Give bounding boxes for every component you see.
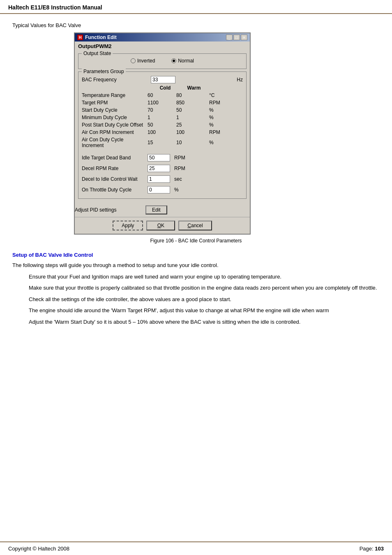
single-param-rows: Idle Target Dead Band RPM Decel RPM Rate… bbox=[82, 152, 243, 195]
setup-heading: Setup of BAC Valve Idle Control bbox=[12, 252, 380, 258]
param-cold-value: 60 bbox=[148, 92, 176, 98]
inverted-radio[interactable] bbox=[131, 58, 136, 63]
cold-header: Cold bbox=[151, 85, 180, 91]
list-item: On Throttle Duty Cycle % bbox=[82, 184, 243, 195]
bac-frequency-row: BAC Frequency Hz bbox=[82, 74, 243, 85]
function-edit-dialog: H Function Edit _ □ × OutputPWM2 Output … bbox=[74, 32, 251, 235]
param-unit: % bbox=[209, 115, 221, 120]
cancel-underline: C bbox=[187, 223, 191, 228]
inverted-label: Inverted bbox=[137, 58, 155, 64]
param-cold-value: 1100 bbox=[148, 100, 176, 106]
page-number: Page: 103 bbox=[360, 546, 384, 552]
param-warm-value: 50 bbox=[176, 107, 205, 113]
figure-caption: Figure 106 - BAC Idle Control Parameters bbox=[12, 238, 380, 244]
param-unit: °C bbox=[209, 92, 221, 98]
table-row: Post Start Duty Cycle Offset 50 25 % bbox=[82, 121, 243, 129]
single-param-unit: % bbox=[174, 187, 187, 193]
table-row: Start Duty Cycle 70 50 % bbox=[82, 106, 243, 114]
cancel-button[interactable]: Cancel bbox=[178, 221, 212, 230]
param-cold-value: 70 bbox=[148, 107, 176, 113]
single-param-input[interactable] bbox=[148, 186, 170, 193]
ok-text: K bbox=[161, 223, 164, 228]
divider bbox=[82, 149, 243, 152]
param-warm-value: 25 bbox=[176, 122, 205, 128]
table-row: Air Con RPM Increment 100 100 RPM bbox=[82, 129, 243, 136]
single-param-input[interactable] bbox=[148, 175, 170, 183]
param-rows: Temperature Range 60 80 °C Target RPM 11… bbox=[82, 92, 243, 149]
list-item: Decel to Idle Control Wait sec bbox=[82, 174, 243, 184]
param-unit: RPM bbox=[209, 129, 221, 135]
param-warm-value: 80 bbox=[176, 92, 205, 98]
warm-header: Warm bbox=[180, 85, 208, 91]
single-param-input[interactable] bbox=[148, 154, 170, 161]
param-cold-value: 1 bbox=[148, 115, 176, 120]
main-content: Typical Values for BAC Valve H Function … bbox=[0, 14, 392, 337]
single-param-name: Idle Target Dead Band bbox=[82, 155, 148, 161]
dialog-titlebar: H Function Edit _ □ × bbox=[75, 33, 250, 41]
page-number-value: 103 bbox=[375, 546, 384, 552]
dialog-bottom-buttons: Apply OK Cancel bbox=[75, 217, 250, 234]
param-cold-value: 100 bbox=[148, 129, 176, 135]
cancel-text: ancel bbox=[191, 223, 203, 228]
setup-steps: Ensure that your Fuel and Ignition maps … bbox=[12, 273, 380, 326]
parameters-group-label: Parameters Group bbox=[82, 69, 126, 74]
output-state-row: Inverted Normal bbox=[82, 55, 243, 65]
param-unit: % bbox=[209, 107, 221, 113]
single-param-name: Decel to Idle Control Wait bbox=[82, 176, 148, 182]
setup-step: Adjust the 'Warm Start Duty' so it is ab… bbox=[29, 318, 380, 326]
bac-frequency-unit: Hz bbox=[237, 77, 243, 83]
edit-button[interactable]: Edit bbox=[145, 205, 167, 214]
param-name: Start Duty Cycle bbox=[82, 107, 148, 113]
param-unit: % bbox=[209, 122, 221, 128]
bac-frequency-label: BAC Frequency bbox=[82, 77, 148, 83]
adjust-pid-label: Adjust PID settings bbox=[75, 207, 141, 213]
page-header: Haltech E11/E8 Instruction Manual bbox=[0, 0, 392, 14]
table-row: Minimum Duty Cycle 1 1 % bbox=[82, 114, 243, 121]
output-state-label: Output State bbox=[82, 51, 113, 56]
typical-values-label: Typical Values for BAC Valve bbox=[12, 22, 380, 28]
normal-radio[interactable] bbox=[171, 58, 176, 63]
single-param-input[interactable] bbox=[148, 165, 170, 172]
param-name: Post Start Duty Cycle Offset bbox=[82, 122, 148, 128]
close-button[interactable]: × bbox=[241, 35, 247, 40]
param-unit: % bbox=[209, 140, 221, 145]
table-row: Air Con Duty Cycle Increment 15 10 % bbox=[82, 136, 243, 149]
parameters-group: Parameters Group BAC Frequency Hz Cold W… bbox=[78, 71, 247, 199]
setup-step: Check all the settings of the idle contr… bbox=[29, 295, 380, 304]
copyright: Copyright © Haltech 2008 bbox=[8, 546, 69, 552]
list-item: Idle Target Dead Band RPM bbox=[82, 152, 243, 163]
param-name: Temperature Range bbox=[82, 92, 148, 98]
param-warm-value: 850 bbox=[176, 100, 205, 106]
normal-label: Normal bbox=[178, 58, 194, 64]
setup-intro: The following steps will guide you throu… bbox=[12, 261, 380, 269]
single-param-unit: RPM bbox=[174, 166, 187, 171]
page-title: Haltech E11/E8 Instruction Manual bbox=[8, 4, 102, 11]
setup-step: Ensure that your Fuel and Ignition maps … bbox=[29, 273, 380, 281]
param-warm-value: 1 bbox=[176, 115, 205, 120]
titlebar-left: H Function Edit bbox=[77, 35, 117, 40]
dialog-title: Function Edit bbox=[85, 35, 117, 40]
setup-step: The engine should idle around the 'Warm … bbox=[29, 306, 380, 315]
ok-button[interactable]: OK bbox=[146, 221, 175, 230]
param-cold-value: 50 bbox=[148, 122, 176, 128]
bac-frequency-input[interactable] bbox=[151, 76, 175, 83]
page-footer: Copyright © Haltech 2008 Page: 103 bbox=[0, 541, 392, 555]
minimize-button[interactable]: _ bbox=[226, 35, 233, 40]
param-name: Target RPM bbox=[82, 100, 148, 106]
output-state-group: Output State Inverted Normal bbox=[78, 53, 247, 69]
inverted-option[interactable]: Inverted bbox=[131, 58, 155, 64]
single-param-unit: RPM bbox=[174, 155, 187, 161]
cold-warm-headers: Cold Warm bbox=[151, 85, 243, 91]
dialog-icon: H bbox=[77, 35, 83, 40]
maximize-button[interactable]: □ bbox=[233, 35, 240, 40]
normal-option[interactable]: Normal bbox=[171, 58, 194, 64]
setup-step: Make sure that your throttle is properly… bbox=[29, 284, 380, 292]
param-name: Air Con RPM Increment bbox=[82, 129, 148, 135]
single-param-unit: sec bbox=[174, 176, 187, 182]
table-row: Temperature Range 60 80 °C bbox=[82, 92, 243, 99]
param-warm-value: 10 bbox=[176, 140, 205, 145]
apply-button[interactable]: Apply bbox=[113, 221, 143, 230]
ok-underline: O bbox=[157, 223, 161, 228]
param-unit: RPM bbox=[209, 100, 221, 106]
param-name: Air Con Duty Cycle Increment bbox=[82, 137, 148, 148]
